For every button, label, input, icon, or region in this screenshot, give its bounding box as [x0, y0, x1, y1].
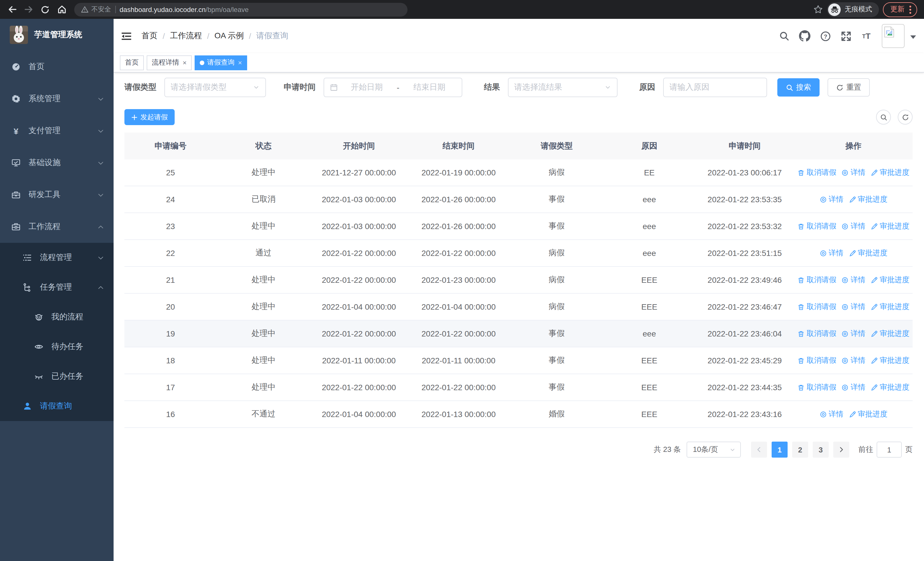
close-icon[interactable]: × [238, 59, 242, 66]
progress-action-link[interactable]: 审批进度 [849, 194, 888, 205]
divider [115, 6, 116, 13]
view-icon [842, 276, 849, 284]
reset-button[interactable]: 重置 [828, 78, 870, 96]
create-leave-button[interactable]: 发起请假 [124, 109, 175, 125]
help-icon[interactable]: ? [819, 30, 831, 42]
detail-action-link[interactable]: 详情 [842, 355, 866, 365]
sidebar-item-1[interactable]: 系统管理 [0, 83, 114, 115]
close-icon[interactable]: × [183, 59, 187, 66]
cancel-action-link[interactable]: 取消请假 [798, 328, 836, 339]
table-row[interactable]: 18处理中2022-01-11 00:00:002022-01-11 00:00… [124, 347, 913, 374]
next-page-button[interactable] [833, 442, 849, 457]
bookmark-star-icon[interactable] [813, 5, 823, 14]
progress-action-link[interactable]: 审批进度 [871, 275, 909, 285]
cell-actions: 取消请假详情审批进度 [795, 221, 913, 232]
progress-action-link[interactable]: 审批进度 [871, 302, 909, 312]
apply-time-range-picker[interactable]: 开始日期 - 结束日期 [324, 78, 462, 97]
progress-action-link[interactable]: 审批进度 [849, 409, 888, 419]
cancel-action-link[interactable]: 取消请假 [798, 302, 836, 312]
table-row[interactable]: 23处理中2022-01-03 00:00:002022-01-26 00:00… [124, 213, 913, 240]
address-bar[interactable]: 不安全 dashboard.yudao.iocoder.cn/bpm/oa/le… [74, 3, 408, 16]
reason-input[interactable]: 请输入原因 [663, 78, 767, 97]
breadcrumb-item[interactable]: 首页 [141, 31, 158, 41]
detail-action-link[interactable]: 详情 [819, 194, 843, 205]
progress-action-link[interactable]: 审批进度 [871, 382, 909, 393]
page-button-2[interactable]: 2 [792, 442, 808, 457]
table-row[interactable]: 17处理中2022-01-22 00:00:002022-01-22 00:00… [124, 374, 913, 401]
breadcrumb-item[interactable]: 请假查询 [256, 31, 288, 41]
page-button-1[interactable]: 1 [772, 442, 788, 457]
cancel-action-link[interactable]: 取消请假 [798, 355, 836, 365]
page-button-3[interactable]: 3 [813, 442, 829, 457]
detail-action-link[interactable]: 详情 [842, 167, 866, 177]
app-logo-row[interactable]: 芋道管理系统 [0, 19, 114, 51]
detail-action-link[interactable]: 详情 [842, 221, 866, 232]
table-row[interactable]: 22通过2022-01-22 00:00:002022-01-22 00:00:… [124, 240, 913, 267]
goto-page-input[interactable] [877, 442, 902, 457]
progress-action-link[interactable]: 审批进度 [849, 248, 888, 258]
search-button[interactable]: 搜索 [777, 78, 819, 96]
table-row[interactable]: 21处理中2022-01-22 00:00:002022-01-23 00:00… [124, 267, 913, 294]
progress-action-link[interactable]: 审批进度 [871, 328, 909, 339]
menu-kebab-icon[interactable] [909, 5, 912, 14]
table-row[interactable]: 19处理中2022-01-22 00:00:002022-01-22 00:00… [124, 320, 913, 347]
back-icon[interactable] [6, 3, 18, 16]
menu-fold-icon[interactable] [120, 30, 132, 42]
breadcrumb-item[interactable]: 工作流程 [170, 31, 202, 41]
sidebar-subitem-2[interactable]: 我的流程 [0, 302, 114, 332]
update-button[interactable]: 更新 [883, 2, 917, 17]
font-size-icon[interactable]: TT [860, 30, 873, 42]
cancel-action-link[interactable]: 取消请假 [798, 382, 836, 393]
sidebar-item-4[interactable]: 研发工具 [0, 179, 114, 211]
tab-1[interactable]: 流程详情× [147, 55, 192, 70]
sidebar-item-3[interactable]: 基础设施 [0, 147, 114, 179]
sidebar-subitem-5[interactable]: 请假查询 [0, 391, 114, 421]
cancel-action-link[interactable]: 取消请假 [798, 167, 836, 177]
fullscreen-icon[interactable] [840, 30, 852, 42]
sidebar-item-2[interactable]: ¥支付管理 [0, 115, 114, 147]
progress-action-link[interactable]: 审批进度 [871, 167, 909, 177]
progress-action-link[interactable]: 审批进度 [871, 221, 909, 232]
pen-icon [871, 384, 878, 391]
sidebar-subitem-0[interactable]: 流程管理 [0, 243, 114, 272]
breadcrumb-item[interactable]: OA 示例 [214, 31, 244, 41]
security-warning[interactable]: 不安全 [81, 5, 111, 14]
prev-page-button[interactable] [751, 442, 767, 457]
github-icon[interactable] [798, 30, 811, 42]
table-row[interactable]: 16不通过2022-01-04 00:00:002022-01-13 00:00… [124, 401, 913, 428]
sidebar-item-0[interactable]: 首页 [0, 51, 114, 83]
toggle-search-button[interactable] [876, 110, 891, 125]
result-select[interactable]: 请选择流结果 [508, 78, 618, 97]
home-icon[interactable] [56, 3, 68, 16]
refresh-table-button[interactable] [898, 110, 913, 125]
forward-icon[interactable] [22, 3, 35, 16]
tab-0[interactable]: 首页 [120, 55, 144, 70]
search-icon[interactable] [778, 30, 790, 42]
detail-action-link[interactable]: 详情 [819, 248, 843, 258]
cancel-action-link[interactable]: 取消请假 [798, 221, 836, 232]
cancel-action-link[interactable]: 取消请假 [798, 275, 836, 285]
avatar[interactable] [882, 24, 904, 48]
toolbox-icon [11, 190, 21, 199]
detail-action-link[interactable]: 详情 [842, 382, 866, 393]
avatar-caret-icon[interactable] [910, 35, 916, 39]
page-size-select[interactable]: 10条/页 [687, 442, 741, 457]
sidebar-item-5[interactable]: 工作流程 [0, 211, 114, 243]
page-content: 请假类型 请选择请假类型 申请时间 开始日期 - 结束日期 结果 请选择流结果 [114, 72, 924, 561]
sidebar-subitem-4[interactable]: 已办任务 [0, 362, 114, 391]
sidebar-subitem-3[interactable]: 待办任务 [0, 332, 114, 362]
reload-icon[interactable] [39, 3, 51, 16]
table-row[interactable]: 20处理中2022-01-04 00:00:002022-01-04 00:00… [124, 294, 913, 320]
leave-type-select[interactable]: 请选择请假类型 [164, 78, 266, 97]
sidebar-subitem-1[interactable]: 任务管理 [0, 272, 114, 302]
detail-action-link[interactable]: 详情 [842, 275, 866, 285]
view-icon [842, 223, 849, 230]
detail-action-link[interactable]: 详情 [842, 328, 866, 339]
table-row[interactable]: 25处理中2021-12-27 00:00:002022-01-19 00:00… [124, 159, 913, 186]
detail-action-link[interactable]: 详情 [819, 409, 843, 419]
table-row[interactable]: 24已取消2022-01-03 00:00:002022-01-26 00:00… [124, 186, 913, 213]
detail-action-link[interactable]: 详情 [842, 302, 866, 312]
tab-2[interactable]: 请假查询× [195, 55, 247, 70]
progress-action-link[interactable]: 审批进度 [871, 355, 909, 365]
pen-icon [849, 411, 856, 418]
